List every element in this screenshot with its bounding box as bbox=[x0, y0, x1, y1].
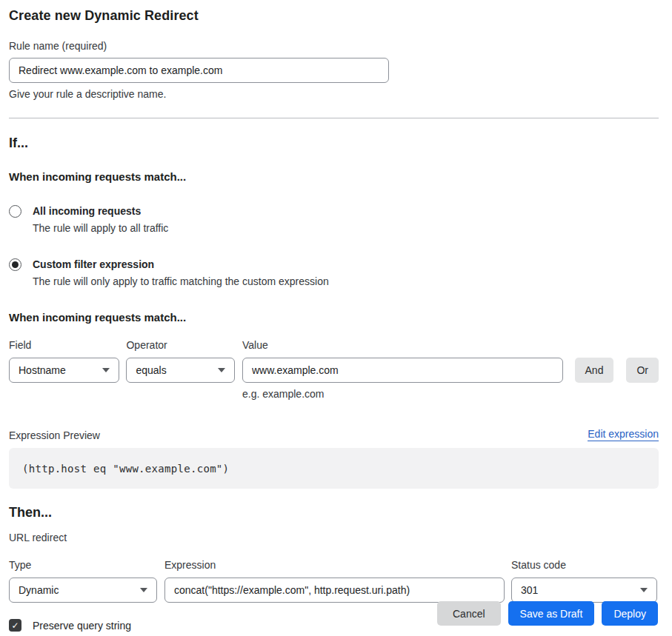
operator-select[interactable]: equals bbox=[126, 358, 235, 383]
value-input[interactable] bbox=[242, 358, 563, 383]
chevron-down-icon bbox=[640, 588, 648, 592]
preserve-query-label: Preserve query string bbox=[33, 620, 131, 632]
status-code-label: Status code bbox=[511, 559, 657, 571]
deploy-button[interactable]: Deploy bbox=[602, 601, 658, 626]
rule-name-label: Rule name (required) bbox=[9, 40, 659, 52]
url-redirect-label: URL redirect bbox=[9, 532, 659, 543]
create-redirect-form: Create new Dynamic Redirect Rule name (r… bbox=[9, 0, 659, 632]
page-title: Create new Dynamic Redirect bbox=[9, 0, 659, 24]
redirect-expression-input[interactable] bbox=[164, 578, 505, 603]
cancel-button[interactable]: Cancel bbox=[437, 601, 501, 626]
radio-icon-unselected[interactable] bbox=[9, 205, 21, 218]
and-button[interactable]: And bbox=[575, 358, 614, 383]
redirect-settings-row: Type Dynamic Expression Status code 301 bbox=[9, 559, 659, 603]
value-helper: e.g. example.com bbox=[242, 388, 563, 400]
expression-preview-box: (http.host eq "www.example.com") bbox=[9, 448, 659, 489]
radio-option-all-requests[interactable]: All incoming requests The rule will appl… bbox=[9, 204, 659, 234]
match-type-radio-group: All incoming requests The rule will appl… bbox=[9, 204, 659, 287]
radio-label-all-requests: All incoming requests bbox=[33, 205, 141, 217]
status-code-select-value: 301 bbox=[521, 584, 538, 596]
field-label: Field bbox=[9, 339, 119, 351]
radio-option-custom-expression[interactable]: Custom filter expression The rule will o… bbox=[9, 258, 659, 287]
expression-preview-code: (http.host eq "www.example.com") bbox=[22, 463, 229, 475]
edit-expression-link[interactable]: Edit expression bbox=[588, 428, 659, 441]
field-select-value: Hostname bbox=[19, 364, 66, 376]
or-button[interactable]: Or bbox=[626, 358, 659, 383]
operator-label: Operator bbox=[126, 339, 235, 351]
footer-actions: Cancel Save as Draft Deploy bbox=[437, 601, 658, 626]
radio-icon-selected[interactable] bbox=[9, 258, 21, 271]
then-heading: Then... bbox=[9, 505, 659, 520]
expression-preview-label: Expression Preview bbox=[9, 429, 100, 441]
filter-heading: When incoming requests match... bbox=[9, 311, 659, 324]
value-label: Value bbox=[242, 339, 563, 351]
radio-desc-custom-expression: The rule will only apply to traffic matc… bbox=[33, 275, 329, 287]
rule-name-helper: Give your rule a descriptive name. bbox=[9, 88, 659, 100]
type-select-value: Dynamic bbox=[19, 584, 59, 596]
save-as-draft-button[interactable]: Save as Draft bbox=[508, 601, 595, 626]
field-select[interactable]: Hostname bbox=[9, 358, 119, 383]
match-type-heading: When incoming requests match... bbox=[9, 170, 659, 183]
radio-label-custom-expression: Custom filter expression bbox=[33, 258, 154, 270]
section-divider bbox=[9, 118, 659, 118]
filter-builder-row: Field Hostname Operator equals Value e.g… bbox=[9, 339, 659, 400]
checkbox-checked-icon[interactable]: ✓ bbox=[9, 619, 21, 632]
operator-select-value: equals bbox=[136, 364, 166, 376]
chevron-down-icon bbox=[140, 588, 147, 592]
type-label: Type bbox=[9, 559, 157, 571]
radio-desc-all-requests: The rule will apply to all traffic bbox=[33, 222, 168, 234]
rule-name-input[interactable] bbox=[9, 58, 389, 83]
expression-label: Expression bbox=[164, 559, 505, 571]
status-code-select[interactable]: 301 bbox=[511, 578, 657, 603]
if-heading: If... bbox=[9, 135, 659, 151]
chevron-down-icon bbox=[218, 368, 225, 372]
type-select[interactable]: Dynamic bbox=[9, 578, 157, 603]
chevron-down-icon bbox=[102, 368, 110, 372]
